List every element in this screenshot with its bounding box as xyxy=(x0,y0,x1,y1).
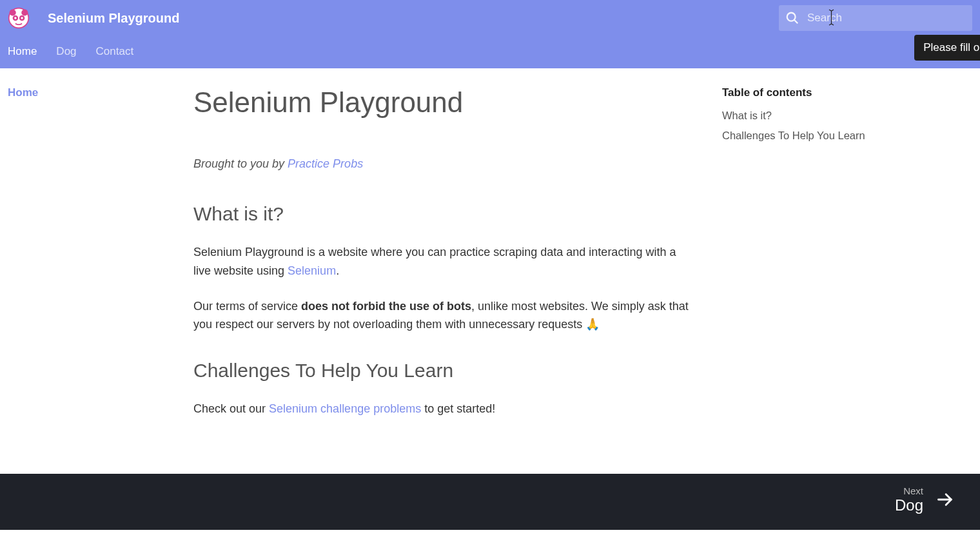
svg-point-7 xyxy=(787,13,796,21)
section-heading-what: What is it? xyxy=(193,203,696,225)
text: Selenium Playground is a website where y… xyxy=(193,246,676,277)
text: Our terms of service xyxy=(193,300,301,313)
nav-tabs: Home Dog Contact xyxy=(0,36,980,68)
sidebar-item-home[interactable]: Home xyxy=(8,86,166,99)
search-input[interactable] xyxy=(799,12,966,24)
site-title: Selenium Playground xyxy=(48,11,179,26)
svg-point-5 xyxy=(14,17,16,19)
sidebar-left: Home xyxy=(0,68,174,474)
text-cursor-icon xyxy=(831,11,832,24)
page-title: Selenium Playground xyxy=(193,86,696,119)
intro-prefix: Brought to you by xyxy=(193,157,288,170)
svg-point-2 xyxy=(21,9,28,15)
challenge-link[interactable]: Selenium challenge problems xyxy=(269,402,421,415)
site-logo[interactable] xyxy=(8,7,30,29)
toc-item-whatis[interactable]: What is it? xyxy=(722,110,890,122)
main-content: Selenium Playground Brought to you by Pr… xyxy=(174,68,709,474)
validation-tooltip: Please fill out this f xyxy=(914,35,980,61)
arrow-right-icon xyxy=(936,491,954,509)
para-whatis-1: Selenium Playground is a website where y… xyxy=(193,243,696,280)
tab-home[interactable]: Home xyxy=(8,36,47,68)
footer-next-button[interactable]: Next Dog xyxy=(895,485,954,514)
selenium-link[interactable]: Selenium xyxy=(288,264,336,277)
footer-next-label: Next xyxy=(895,485,923,496)
intro-line: Brought to you by Practice Probs xyxy=(193,157,696,171)
para-whatis-2: Our terms of service does not forbid the… xyxy=(193,297,696,335)
footer: Next Dog xyxy=(0,474,980,530)
svg-line-8 xyxy=(794,20,798,24)
toc-item-challenges[interactable]: Challenges To Help You Learn xyxy=(722,130,890,142)
svg-point-6 xyxy=(21,17,23,19)
svg-point-1 xyxy=(10,9,16,15)
section-heading-challenges: Challenges To Help You Learn xyxy=(193,360,696,382)
bold-text: does not forbid the use of bots xyxy=(301,300,471,313)
pray-emoji: 🙏 xyxy=(585,318,600,331)
para-challenges: Check out our Selenium challenge problem… xyxy=(193,400,696,418)
search-icon xyxy=(785,11,799,25)
intro-link[interactable]: Practice Probs xyxy=(288,157,363,170)
text: . xyxy=(336,264,339,277)
text: Check out our xyxy=(193,402,269,415)
tab-contact[interactable]: Contact xyxy=(96,36,144,68)
sidebar-right: Table of contents What is it? Challenges… xyxy=(709,68,903,474)
toc-title: Table of contents xyxy=(722,86,890,99)
text: to get started! xyxy=(421,402,495,415)
footer-next-dest: Dog xyxy=(895,496,923,514)
search-container: Please fill out this f xyxy=(779,5,972,31)
tab-dog[interactable]: Dog xyxy=(56,36,86,68)
